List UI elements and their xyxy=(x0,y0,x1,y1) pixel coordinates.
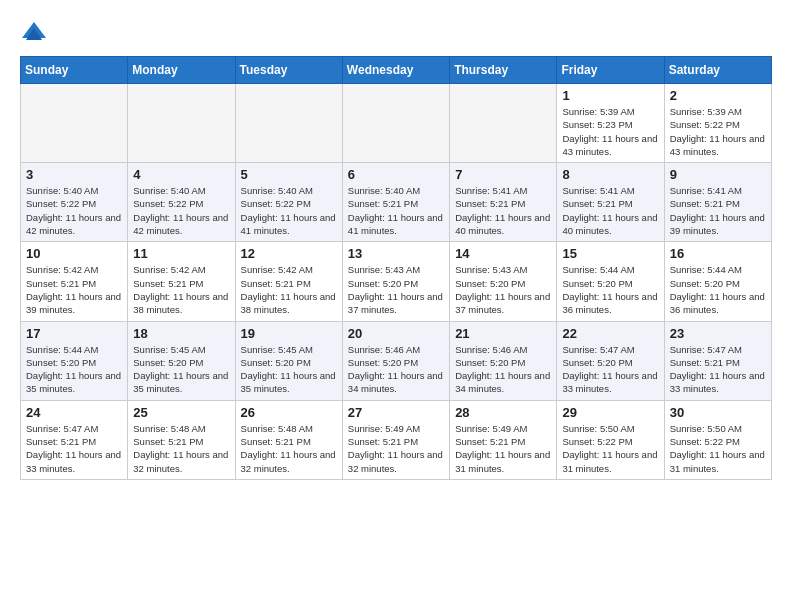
header xyxy=(20,16,772,46)
day-number: 19 xyxy=(241,326,337,341)
day-detail: Sunrise: 5:48 AM Sunset: 5:21 PM Dayligh… xyxy=(241,422,337,475)
calendar-cell: 30Sunrise: 5:50 AM Sunset: 5:22 PM Dayli… xyxy=(664,400,771,479)
calendar-cell: 26Sunrise: 5:48 AM Sunset: 5:21 PM Dayli… xyxy=(235,400,342,479)
weekday-header-tuesday: Tuesday xyxy=(235,57,342,84)
day-detail: Sunrise: 5:44 AM Sunset: 5:20 PM Dayligh… xyxy=(26,343,122,396)
calendar-cell: 29Sunrise: 5:50 AM Sunset: 5:22 PM Dayli… xyxy=(557,400,664,479)
calendar-cell: 11Sunrise: 5:42 AM Sunset: 5:21 PM Dayli… xyxy=(128,242,235,321)
day-detail: Sunrise: 5:44 AM Sunset: 5:20 PM Dayligh… xyxy=(670,263,766,316)
weekday-header-sunday: Sunday xyxy=(21,57,128,84)
day-number: 22 xyxy=(562,326,658,341)
day-detail: Sunrise: 5:50 AM Sunset: 5:22 PM Dayligh… xyxy=(562,422,658,475)
calendar-cell: 24Sunrise: 5:47 AM Sunset: 5:21 PM Dayli… xyxy=(21,400,128,479)
calendar-cell: 19Sunrise: 5:45 AM Sunset: 5:20 PM Dayli… xyxy=(235,321,342,400)
day-number: 18 xyxy=(133,326,229,341)
day-number: 15 xyxy=(562,246,658,261)
day-number: 27 xyxy=(348,405,444,420)
day-number: 24 xyxy=(26,405,122,420)
calendar-cell xyxy=(450,84,557,163)
day-number: 5 xyxy=(241,167,337,182)
calendar-week-row: 17Sunrise: 5:44 AM Sunset: 5:20 PM Dayli… xyxy=(21,321,772,400)
calendar-cell: 27Sunrise: 5:49 AM Sunset: 5:21 PM Dayli… xyxy=(342,400,449,479)
day-number: 23 xyxy=(670,326,766,341)
day-number: 16 xyxy=(670,246,766,261)
calendar-cell xyxy=(128,84,235,163)
calendar-cell: 2Sunrise: 5:39 AM Sunset: 5:22 PM Daylig… xyxy=(664,84,771,163)
day-number: 14 xyxy=(455,246,551,261)
day-number: 30 xyxy=(670,405,766,420)
day-number: 12 xyxy=(241,246,337,261)
calendar-week-row: 10Sunrise: 5:42 AM Sunset: 5:21 PM Dayli… xyxy=(21,242,772,321)
weekday-header-wednesday: Wednesday xyxy=(342,57,449,84)
day-number: 28 xyxy=(455,405,551,420)
day-detail: Sunrise: 5:48 AM Sunset: 5:21 PM Dayligh… xyxy=(133,422,229,475)
day-detail: Sunrise: 5:40 AM Sunset: 5:22 PM Dayligh… xyxy=(133,184,229,237)
day-detail: Sunrise: 5:50 AM Sunset: 5:22 PM Dayligh… xyxy=(670,422,766,475)
page: SundayMondayTuesdayWednesdayThursdayFrid… xyxy=(0,0,792,490)
day-detail: Sunrise: 5:40 AM Sunset: 5:22 PM Dayligh… xyxy=(241,184,337,237)
day-detail: Sunrise: 5:40 AM Sunset: 5:21 PM Dayligh… xyxy=(348,184,444,237)
day-detail: Sunrise: 5:47 AM Sunset: 5:21 PM Dayligh… xyxy=(670,343,766,396)
calendar-cell: 9Sunrise: 5:41 AM Sunset: 5:21 PM Daylig… xyxy=(664,163,771,242)
day-number: 11 xyxy=(133,246,229,261)
calendar-week-row: 1Sunrise: 5:39 AM Sunset: 5:23 PM Daylig… xyxy=(21,84,772,163)
day-number: 20 xyxy=(348,326,444,341)
logo xyxy=(20,16,52,46)
calendar-cell: 23Sunrise: 5:47 AM Sunset: 5:21 PM Dayli… xyxy=(664,321,771,400)
calendar-cell: 4Sunrise: 5:40 AM Sunset: 5:22 PM Daylig… xyxy=(128,163,235,242)
day-number: 21 xyxy=(455,326,551,341)
calendar-cell: 25Sunrise: 5:48 AM Sunset: 5:21 PM Dayli… xyxy=(128,400,235,479)
day-number: 1 xyxy=(562,88,658,103)
calendar-cell: 1Sunrise: 5:39 AM Sunset: 5:23 PM Daylig… xyxy=(557,84,664,163)
calendar-cell: 15Sunrise: 5:44 AM Sunset: 5:20 PM Dayli… xyxy=(557,242,664,321)
calendar-cell: 5Sunrise: 5:40 AM Sunset: 5:22 PM Daylig… xyxy=(235,163,342,242)
calendar-cell: 22Sunrise: 5:47 AM Sunset: 5:20 PM Dayli… xyxy=(557,321,664,400)
calendar-cell: 16Sunrise: 5:44 AM Sunset: 5:20 PM Dayli… xyxy=(664,242,771,321)
calendar-week-row: 3Sunrise: 5:40 AM Sunset: 5:22 PM Daylig… xyxy=(21,163,772,242)
calendar-cell: 8Sunrise: 5:41 AM Sunset: 5:21 PM Daylig… xyxy=(557,163,664,242)
calendar-cell xyxy=(21,84,128,163)
day-detail: Sunrise: 5:49 AM Sunset: 5:21 PM Dayligh… xyxy=(455,422,551,475)
day-number: 7 xyxy=(455,167,551,182)
day-number: 29 xyxy=(562,405,658,420)
day-number: 4 xyxy=(133,167,229,182)
weekday-header-friday: Friday xyxy=(557,57,664,84)
calendar-cell: 12Sunrise: 5:42 AM Sunset: 5:21 PM Dayli… xyxy=(235,242,342,321)
weekday-header-saturday: Saturday xyxy=(664,57,771,84)
day-number: 6 xyxy=(348,167,444,182)
calendar-cell xyxy=(342,84,449,163)
day-detail: Sunrise: 5:47 AM Sunset: 5:20 PM Dayligh… xyxy=(562,343,658,396)
day-detail: Sunrise: 5:44 AM Sunset: 5:20 PM Dayligh… xyxy=(562,263,658,316)
calendar: SundayMondayTuesdayWednesdayThursdayFrid… xyxy=(20,56,772,480)
day-number: 17 xyxy=(26,326,122,341)
day-number: 8 xyxy=(562,167,658,182)
calendar-cell: 20Sunrise: 5:46 AM Sunset: 5:20 PM Dayli… xyxy=(342,321,449,400)
calendar-cell xyxy=(235,84,342,163)
calendar-cell: 17Sunrise: 5:44 AM Sunset: 5:20 PM Dayli… xyxy=(21,321,128,400)
day-detail: Sunrise: 5:39 AM Sunset: 5:23 PM Dayligh… xyxy=(562,105,658,158)
day-detail: Sunrise: 5:40 AM Sunset: 5:22 PM Dayligh… xyxy=(26,184,122,237)
day-number: 25 xyxy=(133,405,229,420)
calendar-cell: 28Sunrise: 5:49 AM Sunset: 5:21 PM Dayli… xyxy=(450,400,557,479)
calendar-cell: 6Sunrise: 5:40 AM Sunset: 5:21 PM Daylig… xyxy=(342,163,449,242)
weekday-header-monday: Monday xyxy=(128,57,235,84)
day-number: 26 xyxy=(241,405,337,420)
day-number: 3 xyxy=(26,167,122,182)
day-number: 2 xyxy=(670,88,766,103)
calendar-cell: 3Sunrise: 5:40 AM Sunset: 5:22 PM Daylig… xyxy=(21,163,128,242)
day-detail: Sunrise: 5:43 AM Sunset: 5:20 PM Dayligh… xyxy=(348,263,444,316)
calendar-cell: 10Sunrise: 5:42 AM Sunset: 5:21 PM Dayli… xyxy=(21,242,128,321)
day-detail: Sunrise: 5:42 AM Sunset: 5:21 PM Dayligh… xyxy=(133,263,229,316)
logo-icon xyxy=(20,18,48,46)
day-detail: Sunrise: 5:42 AM Sunset: 5:21 PM Dayligh… xyxy=(241,263,337,316)
day-detail: Sunrise: 5:49 AM Sunset: 5:21 PM Dayligh… xyxy=(348,422,444,475)
day-detail: Sunrise: 5:41 AM Sunset: 5:21 PM Dayligh… xyxy=(670,184,766,237)
day-number: 10 xyxy=(26,246,122,261)
day-number: 9 xyxy=(670,167,766,182)
day-detail: Sunrise: 5:42 AM Sunset: 5:21 PM Dayligh… xyxy=(26,263,122,316)
calendar-cell: 13Sunrise: 5:43 AM Sunset: 5:20 PM Dayli… xyxy=(342,242,449,321)
calendar-cell: 7Sunrise: 5:41 AM Sunset: 5:21 PM Daylig… xyxy=(450,163,557,242)
day-detail: Sunrise: 5:45 AM Sunset: 5:20 PM Dayligh… xyxy=(133,343,229,396)
calendar-cell: 18Sunrise: 5:45 AM Sunset: 5:20 PM Dayli… xyxy=(128,321,235,400)
day-detail: Sunrise: 5:41 AM Sunset: 5:21 PM Dayligh… xyxy=(562,184,658,237)
